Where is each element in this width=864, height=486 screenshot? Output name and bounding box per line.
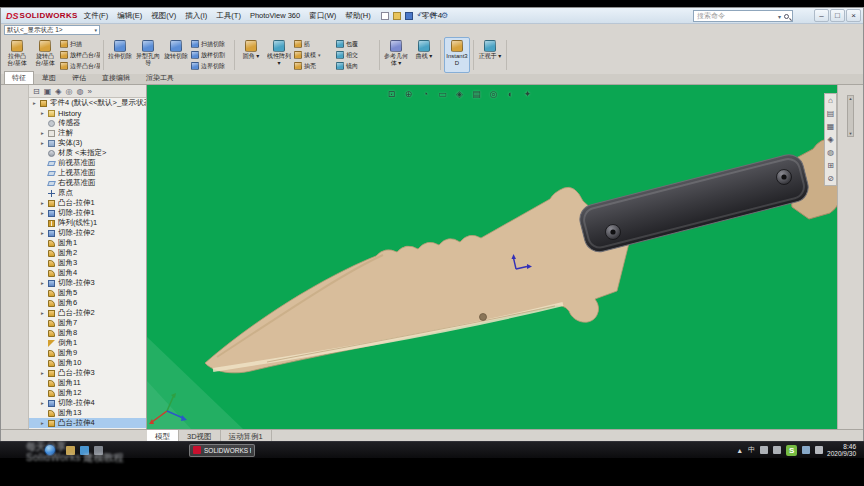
- expander-icon[interactable]: ▸: [40, 200, 45, 206]
- open-icon[interactable]: [393, 12, 401, 20]
- tab-1[interactable]: 草图: [34, 71, 64, 84]
- section-view-icon[interactable]: ▭: [436, 87, 449, 100]
- menu-item-5[interactable]: PhotoView 360: [250, 11, 300, 21]
- tree-item-folder[interactable]: ▸History: [29, 108, 146, 118]
- volume-icon[interactable]: [760, 446, 768, 454]
- tree-item-fillet[interactable]: 圆角7: [29, 318, 146, 328]
- hide-show-icon[interactable]: ◎: [487, 87, 500, 100]
- media-icon[interactable]: [94, 446, 103, 455]
- ribbon-draft-button[interactable]: 拔模▾: [294, 50, 334, 60]
- tree-item-fillet[interactable]: 圆角1: [29, 238, 146, 248]
- tree-item-cut[interactable]: ▸切除-拉伸3: [29, 278, 146, 288]
- display-state-selector[interactable]: 默认<_显示状态 1> ▾: [4, 25, 100, 35]
- menu-item-6[interactable]: 窗口(W): [309, 11, 336, 21]
- start-button[interactable]: [44, 444, 56, 456]
- expander-icon[interactable]: ▸: [40, 280, 45, 286]
- taskbar-clock[interactable]: 8:46 2020/9/30: [827, 443, 856, 458]
- tree-item-plane[interactable]: 前视基准面: [29, 158, 146, 168]
- featuremanager-tab-icon[interactable]: ⊟: [33, 87, 40, 96]
- graphics-area[interactable]: ⊡⊕◔▭◈▤◎◐✦ ⌂▤▦◈◍⊞⊘: [147, 85, 839, 429]
- zoom-area-icon[interactable]: ⊕: [402, 87, 415, 100]
- propertymanager-tab-icon[interactable]: ▣: [44, 87, 52, 96]
- ribbon-reference-geometry-button[interactable]: 参考几何体 ▾: [383, 37, 409, 73]
- tree-item-boss[interactable]: ▸凸台-拉伸1: [29, 198, 146, 208]
- ribbon-shell-button[interactable]: 抽壳: [294, 61, 334, 71]
- knife-blade[interactable]: [205, 187, 629, 373]
- tree-item-fillet[interactable]: 圆角11: [29, 378, 146, 388]
- appearance-icon[interactable]: ◐: [504, 87, 517, 100]
- ribbon-extrude-boss-button[interactable]: 拉伸凸台/基体: [4, 37, 30, 73]
- ribbon-wrap-button[interactable]: 包覆: [336, 39, 376, 49]
- tree-item-boss[interactable]: ▸凸台-拉伸4: [29, 418, 146, 428]
- panel-scrollbar[interactable]: ▲ ▼: [847, 95, 854, 137]
- view-palette-tab-icon[interactable]: ◈: [827, 135, 833, 144]
- scene-icon[interactable]: ✦: [521, 87, 534, 100]
- ribbon-boundary-cut-button[interactable]: 边界切除: [191, 61, 231, 71]
- ribbon-fillet-button[interactable]: 圆角 ▾: [238, 37, 264, 73]
- tree-item-boss[interactable]: ▸凸台-拉伸3: [29, 368, 146, 378]
- file-explorer-tab-icon[interactable]: ▦: [827, 122, 835, 131]
- ribbon-curves-button[interactable]: 曲线 ▾: [411, 37, 437, 73]
- folder-icon[interactable]: [66, 446, 75, 455]
- menu-item-2[interactable]: 视图(V): [151, 11, 176, 21]
- tree-item-annotations[interactable]: ▸注解: [29, 128, 146, 138]
- expander-icon[interactable]: ▸: [40, 370, 45, 376]
- display-style-icon[interactable]: ▤: [470, 87, 483, 100]
- solidworks-tray-badge[interactable]: S: [786, 445, 797, 456]
- tree-item-origin[interactable]: 原点: [29, 188, 146, 198]
- expander-icon[interactable]: ▸: [40, 110, 45, 116]
- close-button[interactable]: ×: [846, 9, 861, 22]
- update-icon[interactable]: [802, 446, 810, 454]
- ribbon-hole-wizard-button[interactable]: 异型孔向导: [135, 37, 161, 73]
- tree-item-part[interactable]: ▸零件4 (默认<<默认>_显示状态 1>): [29, 98, 146, 108]
- minimize-button[interactable]: –: [814, 9, 829, 22]
- ribbon-loft-button[interactable]: 放样凸台/基体: [60, 50, 100, 60]
- blade-hole[interactable]: [480, 314, 487, 321]
- scroll-down-icon[interactable]: ▼: [849, 131, 853, 136]
- command-search-input[interactable]: 搜索命令 ▾: [693, 10, 793, 22]
- ribbon-loft-cut-button[interactable]: 放样切割: [191, 50, 231, 60]
- tree-item-cut[interactable]: ▸切除-拉伸4: [29, 398, 146, 408]
- tree-item-fillet[interactable]: 圆角9: [29, 348, 146, 358]
- previous-view-icon[interactable]: ◔: [419, 87, 432, 100]
- knife-model[interactable]: [205, 139, 839, 372]
- menu-item-3[interactable]: 插入(I): [185, 11, 207, 21]
- expander-icon[interactable]: ▸: [40, 230, 45, 236]
- new-icon[interactable]: [381, 12, 389, 20]
- tab-3[interactable]: 直接编辑: [94, 71, 138, 84]
- expander-icon[interactable]: ▸: [40, 400, 45, 406]
- forum-tab-icon[interactable]: ⊘: [827, 174, 834, 183]
- ribbon-boundary-button[interactable]: 边界凸台/基体: [60, 61, 100, 71]
- dimxpertmanager-tab-icon[interactable]: ◎: [65, 87, 72, 96]
- menu-item-7[interactable]: 帮助(H): [345, 11, 370, 21]
- tree-item-fillet[interactable]: 圆角4: [29, 268, 146, 278]
- ime-indicator[interactable]: 中: [748, 445, 755, 455]
- tree-item-boss[interactable]: ▸凸台-拉伸2: [29, 308, 146, 318]
- tree-item-chamfer[interactable]: 倒角1: [29, 338, 146, 348]
- search-icon[interactable]: [784, 14, 789, 19]
- tab-0[interactable]: 特征: [4, 71, 34, 84]
- ribbon-linear-pattern-button[interactable]: 线性阵列 ▾: [266, 37, 292, 73]
- network-icon[interactable]: [773, 446, 781, 454]
- search-chevron-icon[interactable]: ▾: [778, 13, 781, 20]
- expander-icon[interactable]: ▸: [40, 420, 45, 426]
- view-orientation-icon[interactable]: ◈: [453, 87, 466, 100]
- power-icon[interactable]: [815, 446, 823, 454]
- tree-item-cut[interactable]: ▸切除-拉伸1: [29, 208, 146, 218]
- expander-icon[interactable]: ▸: [32, 100, 37, 106]
- ribbon-rib-button[interactable]: 筋: [294, 39, 334, 49]
- tree-item-material[interactable]: 材质 <未指定>: [29, 148, 146, 158]
- maximize-button[interactable]: □: [830, 9, 845, 22]
- expander-icon[interactable]: ▸: [40, 140, 45, 146]
- tree-item-fillet[interactable]: 圆角6: [29, 298, 146, 308]
- tree-item-fillet[interactable]: 圆角13: [29, 408, 146, 418]
- ribbon-revolve-boss-button[interactable]: 旋转凸台/基体: [32, 37, 58, 73]
- expander-icon[interactable]: ▸: [40, 310, 45, 316]
- appearances-tab-icon[interactable]: ◍: [827, 148, 834, 157]
- tree-item-sensors[interactable]: 传感器: [29, 118, 146, 128]
- tree-item-plane[interactable]: 上视基准面: [29, 168, 146, 178]
- browser-icon[interactable]: [80, 446, 89, 455]
- tree-item-fillet[interactable]: 圆角2: [29, 248, 146, 258]
- ribbon-extrude-cut-button[interactable]: 拉伸切除: [107, 37, 133, 73]
- tree-item-fillet[interactable]: 圆角5: [29, 288, 146, 298]
